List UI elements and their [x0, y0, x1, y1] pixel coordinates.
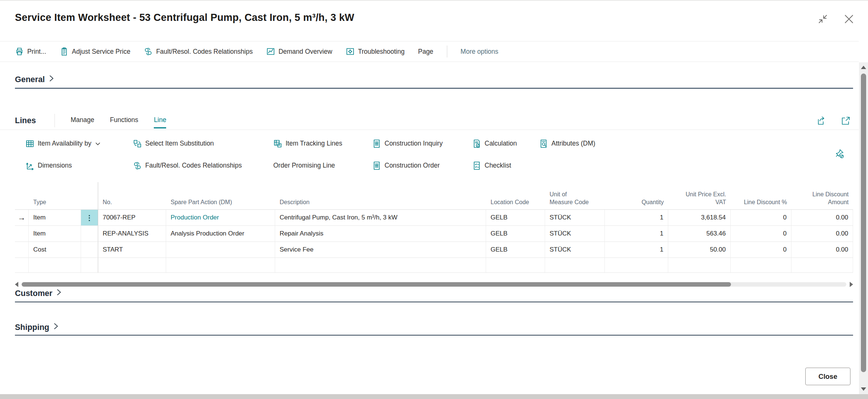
col-header-menu	[81, 182, 98, 209]
checklist-icon	[472, 161, 481, 170]
cell-no[interactable]: 70067-REP	[98, 210, 166, 225]
cell-line-discount-pct[interactable]: 0	[731, 210, 791, 225]
cell-no[interactable]: START	[98, 242, 166, 258]
row-menu-button[interactable]: ⋮	[81, 210, 98, 225]
cell-line-discount-pct[interactable]: 0	[731, 226, 791, 241]
cell-location-code[interactable]: GELB	[486, 242, 545, 258]
cell-unit-price[interactable]: 50.00	[668, 242, 731, 258]
chevron-right-icon	[56, 288, 61, 299]
cell-description[interactable]: Centrifugal Pump, Cast Iron, 5 m³/h, 3 k…	[275, 210, 486, 225]
row-menu-cell[interactable]	[81, 242, 98, 258]
horizontal-scroll-track[interactable]	[22, 282, 846, 287]
cell-no[interactable]: REP-ANALYSIS	[98, 226, 166, 241]
attributes-dm-button[interactable]: Attributes (DM)	[539, 139, 595, 148]
demand-overview-icon	[266, 47, 275, 56]
page-menu[interactable]: Page	[418, 48, 433, 56]
tab-line[interactable]: Line	[154, 116, 166, 125]
section-general[interactable]: General	[15, 74, 54, 85]
cell-unit-price[interactable]: 3,618.54	[668, 210, 731, 225]
cell-quantity[interactable]: 1	[605, 242, 668, 258]
demand-overview-button[interactable]: Demand Overview	[266, 47, 332, 56]
cell-line-discount-pct[interactable]: 0	[731, 242, 791, 258]
horizontal-scroll-thumb[interactable]	[22, 282, 731, 287]
cell-description[interactable]: Repair Analysis	[275, 226, 486, 241]
tab-functions[interactable]: Functions	[110, 116, 138, 125]
cell-unit-price[interactable]	[668, 258, 731, 272]
cell-type[interactable]	[29, 258, 81, 272]
lines-divider	[55, 114, 55, 127]
item-availability-by-button[interactable]: Item Availability by	[25, 139, 133, 148]
scroll-up-arrow[interactable]	[861, 66, 866, 69]
col-header-line-discount-pct[interactable]: Line Discount %	[731, 182, 791, 209]
section-shipping[interactable]: Shipping	[15, 322, 58, 333]
scroll-left-arrow[interactable]	[15, 282, 18, 287]
troubleshooting-button[interactable]: Troubleshooting	[346, 47, 405, 56]
unpin-icon[interactable]	[834, 148, 845, 159]
dimensions-button[interactable]: Dimensions	[25, 161, 133, 170]
cell-line-discount-amount[interactable]: 0.00	[791, 242, 853, 258]
construction-inquiry-button[interactable]: Construction Inquiry	[372, 139, 472, 148]
horizontal-scrollbar	[15, 281, 853, 288]
cell-uom[interactable]: STÜCK	[545, 226, 605, 241]
cell-location-code[interactable]	[486, 258, 545, 272]
col-header-description[interactable]: Description	[275, 182, 486, 209]
vertical-scroll-thumb[interactable]	[861, 74, 866, 372]
cell-uom[interactable]	[545, 258, 605, 272]
lines-header-border	[0, 130, 859, 130]
cell-type[interactable]: Item	[29, 226, 81, 241]
cell-type[interactable]: Item	[29, 210, 81, 225]
cell-unit-price[interactable]: 563.46	[668, 226, 731, 241]
cell-line-discount-pct[interactable]	[731, 258, 791, 272]
cell-quantity[interactable]: 1	[605, 210, 668, 225]
item-tracking-lines-button[interactable]: Item Tracking Lines	[273, 139, 372, 148]
cell-line-discount-amount[interactable]: 0.00	[791, 210, 853, 225]
scroll-right-arrow[interactable]	[850, 282, 853, 287]
cell-description[interactable]	[275, 258, 486, 272]
col-header-quantity[interactable]: Quantity	[605, 182, 668, 209]
row-menu-cell[interactable]	[81, 258, 98, 272]
popout-icon[interactable]	[841, 116, 851, 126]
adjust-service-price-button[interactable]: Adjust Service Price	[60, 47, 131, 56]
col-header-no[interactable]: No.	[98, 182, 166, 209]
close-window-icon[interactable]	[843, 13, 855, 26]
cell-location-code[interactable]: GELB	[486, 226, 545, 241]
vertical-scrollbar[interactable]	[859, 62, 868, 394]
cell-spare-part-action[interactable]: Analysis Production Order	[166, 226, 275, 241]
cell-description[interactable]: Service Fee	[275, 242, 486, 258]
cell-quantity[interactable]: 1	[605, 226, 668, 241]
cell-quantity[interactable]	[605, 258, 668, 272]
cell-no[interactable]	[98, 258, 166, 272]
scroll-down-arrow[interactable]	[861, 387, 866, 391]
row-menu-cell[interactable]	[81, 226, 98, 241]
col-header-unit-price[interactable]: Unit Price Excl.VAT	[668, 182, 731, 209]
close-button[interactable]: Close	[805, 368, 850, 385]
print-button[interactable]: Print...	[15, 47, 46, 56]
col-header-location-code[interactable]: Location Code	[486, 182, 545, 209]
cell-spare-part-action[interactable]	[166, 242, 275, 258]
col-header-type[interactable]: Type	[29, 182, 81, 209]
fault-resol-codes-line-button[interactable]: Fault/Resol. Codes Relationships	[133, 161, 273, 170]
col-header-unit-of-measure[interactable]: Unit ofMeasure Code	[545, 182, 605, 209]
select-item-substitution-button[interactable]: Select Item Substitution	[133, 139, 273, 148]
cell-line-discount-amount[interactable]: 0.00	[791, 226, 853, 241]
col-header-line-discount-amount[interactable]: Line DiscountAmount	[791, 182, 853, 209]
checklist-button[interactable]: Checklist	[472, 161, 539, 170]
tab-manage[interactable]: Manage	[71, 116, 94, 125]
share-icon[interactable]	[816, 116, 827, 126]
cell-uom[interactable]: STÜCK	[545, 210, 605, 225]
cell-spare-part-action-link[interactable]: Production Order	[166, 210, 275, 225]
cell-line-discount-amount[interactable]	[791, 258, 853, 272]
collapse-window-icon[interactable]	[817, 13, 828, 26]
cell-uom[interactable]: STÜCK	[545, 242, 605, 258]
cell-location-code[interactable]: GELB	[486, 210, 545, 225]
col-header-spare-part-action[interactable]: Spare Part Action (DM)	[166, 182, 275, 209]
calculation-button[interactable]: Calculation	[472, 139, 539, 148]
construction-order-button[interactable]: Construction Order	[372, 161, 472, 170]
fault-resol-codes-button[interactable]: Fault/Resol. Codes Relationships	[144, 47, 253, 56]
cell-type[interactable]: Cost	[29, 242, 81, 258]
cell-spare-part-action[interactable]	[166, 258, 275, 272]
page-title: Service Item Worksheet - 53 Centrifugal …	[15, 12, 354, 24]
more-options-button[interactable]: More options	[461, 48, 498, 56]
section-customer[interactable]: Customer	[15, 288, 61, 299]
order-promising-line-button[interactable]: Order Promising Line	[273, 162, 372, 169]
